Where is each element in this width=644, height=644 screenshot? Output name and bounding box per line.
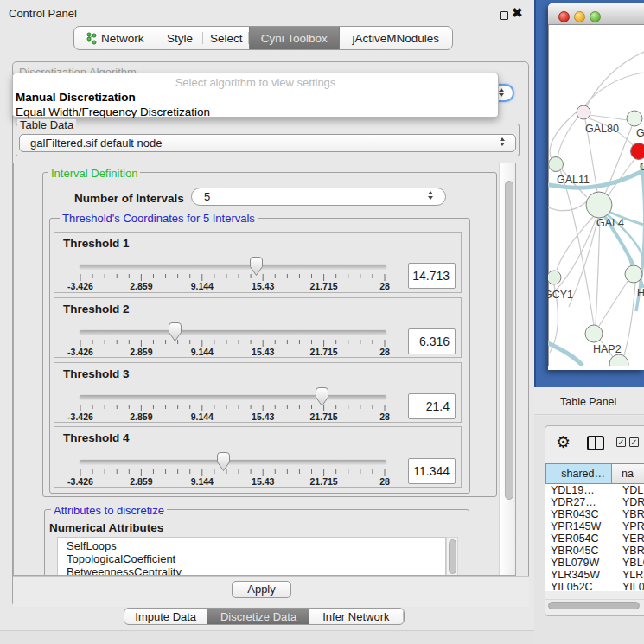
cell-name[interactable]: YDL1: [622, 484, 644, 496]
threshold-slider-thumb[interactable]: [249, 256, 264, 277]
table-data-value: galFiltered.sif default node: [30, 137, 162, 150]
tab-label: Impute Data: [135, 610, 196, 623]
zoom-traffic-light[interactable]: [590, 11, 601, 22]
checkbox-icon[interactable]: ✓: [616, 437, 626, 447]
close-traffic-light[interactable]: [558, 11, 570, 22]
table-row[interactable]: YLR345WYLR3: [545, 569, 644, 581]
cell-name[interactable]: YDR2: [622, 496, 644, 508]
bottom-tab-infer-network[interactable]: Infer Network: [309, 609, 404, 624]
threshold-slider-thumb[interactable]: [168, 322, 182, 342]
checkbox-icon[interactable]: ✓: [629, 437, 639, 447]
attributes-list-scrollbar[interactable]: [446, 537, 458, 576]
tab-network[interactable]: Network: [74, 27, 156, 49]
cell-name[interactable]: YPR1: [622, 520, 644, 532]
threshold-slider-track[interactable]: [80, 460, 386, 464]
table-row[interactable]: YBR043CYBR0: [545, 508, 644, 520]
combo-arrows-icon: [499, 88, 506, 100]
tab-style[interactable]: Style: [156, 27, 204, 49]
tab-jactivemnodules[interactable]: jActiveMNodules: [340, 27, 452, 49]
threshold-label: Threshold 1: [63, 237, 130, 250]
threshold-slider-thumb[interactable]: [216, 451, 231, 472]
table-row[interactable]: YER054CYER0: [545, 532, 644, 545]
settings-scroll-area: Interval Definition Number of Intervals …: [13, 163, 516, 576]
svg-text:2.859: 2.859: [130, 411, 152, 422]
cell-shared-name[interactable]: YER054C: [551, 532, 599, 545]
table-data-combobox[interactable]: galFiltered.sif default node: [19, 134, 516, 152]
float-window-icon[interactable]: [500, 11, 508, 20]
apply-button[interactable]: Apply: [232, 581, 291, 598]
threshold-panel-3: Threshold 3-3.4262.8599.14415.4321.71528…: [54, 362, 462, 423]
dropdown-hint: Select algorithm to view settings: [13, 76, 498, 89]
cell-name[interactable]: YBR0: [622, 508, 644, 520]
table-row[interactable]: YBR045CYBR0: [545, 545, 644, 557]
svg-text:21.715: 21.715: [310, 476, 338, 487]
minimize-traffic-light[interactable]: [574, 11, 585, 22]
cell-name[interactable]: YLR3: [622, 569, 644, 581]
settings-scrollbar[interactable]: [499, 163, 516, 576]
network-window-titlebar[interactable]: [548, 3, 644, 25]
attribute-item[interactable]: SelfLoops: [58, 539, 445, 552]
table-horizontal-scrollbar[interactable]: [545, 599, 644, 609]
column-header-name[interactable]: na: [612, 463, 644, 484]
svg-text:GA: GA: [636, 127, 644, 139]
attribute-item[interactable]: TopologicalCoefficient: [58, 552, 445, 565]
table-row[interactable]: YDR27…YDR2: [545, 496, 644, 508]
threshold-panel-4: Threshold 4-3.4262.8599.14415.4321.71528…: [54, 426, 462, 488]
cell-shared-name[interactable]: YBL079W: [551, 557, 599, 569]
cell-shared-name[interactable]: YDR27…: [551, 496, 596, 508]
table-row[interactable]: YPR145WYPR1: [545, 520, 644, 532]
cell-name[interactable]: YIL0: [622, 581, 644, 591]
svg-text:28: 28: [379, 411, 390, 422]
number-of-intervals-spinner[interactable]: 5: [191, 188, 446, 206]
gear-icon[interactable]: ⚙: [556, 432, 571, 452]
cell-shared-name[interactable]: YBR043C: [551, 508, 599, 520]
cell-shared-name[interactable]: YPR145W: [551, 520, 601, 532]
dropdown-option-equal-width[interactable]: Equal Width/Frequency Discretization: [16, 105, 210, 118]
spinner-arrows-icon: [428, 191, 435, 203]
svg-text:-3.426: -3.426: [67, 347, 93, 357]
status-strip: [0, 631, 534, 644]
columns-icon[interactable]: [587, 436, 604, 450]
tab-select[interactable]: Select: [203, 27, 249, 49]
table-row[interactable]: YBL079WYBL0: [545, 557, 644, 569]
cyni-bottom-tabbar: Impute DataDiscretize DataInfer Network: [124, 608, 405, 625]
number-of-intervals-label: Number of Intervals: [74, 192, 184, 205]
column-header-shared[interactable]: shared…: [545, 463, 612, 484]
threshold-value-field[interactable]: 21.4: [408, 393, 456, 419]
table-row[interactable]: YIL052CYIL0: [545, 581, 644, 591]
threshold-label: Threshold 2: [63, 303, 130, 316]
threshold-slider-track[interactable]: [80, 265, 386, 269]
table-body: YDL19…YDL1YDR27…YDR2YBR043CYBR0YPR145WYP…: [545, 484, 644, 591]
number-of-intervals-value: 5: [204, 190, 210, 203]
threshold-slider-track[interactable]: [80, 330, 386, 335]
svg-text:15.43: 15.43: [252, 281, 274, 291]
threshold-value-field[interactable]: 11.344: [408, 458, 456, 484]
tab-cyni-toolbox[interactable]: Cyni Toolbox: [249, 27, 340, 49]
cell-name[interactable]: YBR0: [622, 545, 644, 557]
threshold-panel-1: Threshold 1-3.4262.8599.14415.4321.71528…: [54, 232, 462, 293]
bottom-tab-impute-data[interactable]: Impute Data: [124, 609, 207, 624]
close-icon[interactable]: ✖: [512, 5, 523, 21]
slider-scale: -3.4262.8599.14415.4321.71528: [61, 468, 459, 490]
svg-text:15.43: 15.43: [252, 411, 274, 422]
dropdown-option-manual[interactable]: Manual Discretization: [16, 91, 136, 104]
tab-label: jActiveMNodules: [353, 32, 440, 45]
bottom-tab-discretize-data[interactable]: Discretize Data: [207, 609, 309, 624]
svg-text:28: 28: [379, 347, 390, 357]
combo-arrows-icon: [500, 137, 507, 150]
threshold-slider-track[interactable]: [80, 395, 386, 399]
threshold-value-field[interactable]: 14.713: [408, 263, 456, 289]
numerical-attributes-list[interactable]: SelfLoopsTopologicalCoefficientBetweenne…: [57, 537, 446, 576]
cell-shared-name[interactable]: YIL052C: [551, 581, 593, 591]
cell-name[interactable]: YBL0: [622, 557, 644, 569]
table-row[interactable]: YDL19…YDL1: [545, 484, 644, 496]
algorithm-dropdown-popup: Select algorithm to view settings Manual…: [12, 73, 499, 118]
cell-shared-name[interactable]: YDL19…: [551, 484, 595, 496]
cell-shared-name[interactable]: YLR345W: [551, 569, 600, 581]
thresholds-group-label: Threshold's Coordinates for 5 Intervals: [60, 213, 258, 224]
attribute-item[interactable]: BetweennessCentrality: [58, 565, 445, 576]
cell-shared-name[interactable]: YBR045C: [551, 545, 599, 557]
cell-name[interactable]: YER0: [622, 532, 644, 545]
threshold-slider-thumb[interactable]: [315, 386, 329, 407]
threshold-value-field[interactable]: 6.316: [408, 328, 456, 354]
